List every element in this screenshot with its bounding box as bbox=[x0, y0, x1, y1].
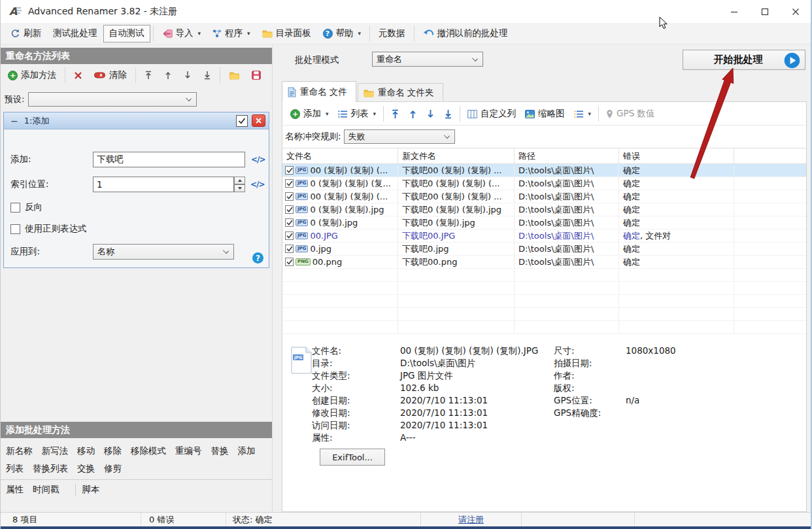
method-link[interactable]: 交换 bbox=[77, 460, 95, 477]
item-down-button[interactable] bbox=[422, 105, 439, 122]
row-checkbox[interactable] bbox=[285, 205, 294, 214]
row-checkbox[interactable] bbox=[285, 245, 294, 253]
table-row[interactable]: PNG00.png下载吧00.pngD:\tools\桌面\图片\确定 bbox=[282, 256, 806, 269]
table-row[interactable]: JPG00 (复制) (复制) (...下载吧00 (复制) (复制) ...D… bbox=[282, 164, 806, 177]
preset-select[interactable] bbox=[28, 92, 197, 107]
clear-methods-button[interactable]: 清除 bbox=[88, 67, 133, 84]
bottom-tab-2[interactable]: 时间戳 bbox=[33, 484, 59, 496]
table-row[interactable]: JPG00.JPG下载吧00.JPGD:\tools\桌面\图片\确定, 文件对 bbox=[282, 230, 806, 243]
index-stepper[interactable] bbox=[234, 177, 245, 192]
dir-panel-button[interactable]: 目录面板 bbox=[256, 25, 317, 43]
table-row[interactable]: JPG00 (复制) (复制) (...下载吧00 (复制) (复制) ...D… bbox=[282, 190, 806, 203]
collapse-icon[interactable]: − bbox=[10, 116, 18, 126]
metadata-button[interactable]: 元数据 bbox=[373, 25, 411, 43]
stepper-down-icon[interactable] bbox=[234, 184, 245, 192]
list-icon bbox=[574, 110, 584, 118]
arrow-top-icon bbox=[391, 109, 399, 119]
method-link[interactable]: 移除 bbox=[104, 442, 122, 460]
table-row[interactable]: JPG0.jpg下载吧0.jpgD:\tools\桌面\图片\确定 bbox=[282, 243, 806, 256]
batch-mode-select[interactable]: 重命名 bbox=[372, 52, 483, 67]
table-row[interactable]: JPG0 (复制) (复制) (复...下载吧0 (复制) (复制) (...D… bbox=[282, 177, 806, 190]
bottom-tab-3[interactable]: 脚本 bbox=[82, 484, 100, 496]
left-bottom-tabs: 属性时间戳脚本 bbox=[6, 484, 109, 496]
table-row[interactable]: JPG0 (复制).jpg下载吧0 (复制).jpgD:\tools\桌面\图片… bbox=[282, 216, 806, 230]
method-link[interactable]: 新名称 bbox=[6, 442, 33, 460]
thumbnails-button[interactable]: 缩略图 bbox=[520, 105, 569, 122]
row-checkbox[interactable] bbox=[285, 166, 294, 175]
move-up-button[interactable] bbox=[158, 67, 178, 84]
method-link[interactable]: 移动 bbox=[77, 442, 95, 460]
method-link[interactable]: 移除模式 bbox=[131, 442, 166, 460]
method-enabled-checkbox[interactable] bbox=[236, 115, 248, 127]
tab-rename-folders[interactable]: 重命名 文件夹 bbox=[358, 83, 443, 102]
add-files-button[interactable]: + 添加▾ bbox=[286, 105, 333, 122]
add-method-button[interactable]: + 添加方法 bbox=[2, 67, 62, 84]
remove-method-button[interactable] bbox=[68, 67, 88, 84]
method-link[interactable]: 替换列表 bbox=[33, 460, 68, 477]
column-header[interactable]: 错误 bbox=[619, 148, 734, 163]
index-input[interactable]: 1 bbox=[93, 177, 234, 192]
table-row[interactable]: JPG0 (复制) (复制).jpg下载吧0 (复制) (复制).jpgD:\t… bbox=[282, 203, 806, 216]
refresh-button[interactable]: 刷新 bbox=[5, 25, 47, 43]
column-header[interactable]: 文件名 bbox=[282, 148, 398, 163]
status-error-count: 0 错误 bbox=[141, 513, 226, 526]
conflict-rule-select[interactable]: 失败 bbox=[344, 129, 455, 144]
cell-filename: 0 (复制) (复制) (复... bbox=[310, 178, 390, 190]
view-options-button[interactable]: ▾ bbox=[569, 105, 596, 122]
method-link[interactable]: 列表 bbox=[6, 460, 24, 477]
method-link[interactable]: 替换 bbox=[211, 442, 229, 460]
move-top-button[interactable] bbox=[139, 67, 158, 84]
column-header[interactable]: 路径 bbox=[515, 148, 619, 163]
reverse-label: 反向 bbox=[25, 201, 42, 213]
bottom-tab-1[interactable]: 属性 bbox=[6, 484, 24, 496]
minimize-button[interactable] bbox=[719, 0, 749, 23]
empty-row bbox=[282, 282, 806, 295]
method-close-button[interactable] bbox=[252, 114, 265, 127]
program-button[interactable]: 程序▾ bbox=[207, 25, 256, 43]
undo-batch-button[interactable]: 撤消以前的批处理 bbox=[417, 25, 514, 43]
item-up-button[interactable] bbox=[404, 105, 422, 122]
help-button[interactable]: ? 帮助▾ bbox=[317, 25, 367, 43]
arrow-down-icon bbox=[426, 109, 435, 119]
open-preset-button[interactable] bbox=[223, 67, 246, 84]
move-down-button[interactable] bbox=[178, 67, 197, 84]
start-batch-button[interactable]: 开始批处理 bbox=[683, 50, 805, 70]
import-button[interactable]: 导入▾ bbox=[156, 25, 207, 43]
method-link[interactable]: 添加 bbox=[238, 442, 256, 460]
test-batch-button[interactable]: 测试批处理 bbox=[47, 25, 103, 43]
file-table-body: JPG00 (复制) (复制) (...下载吧00 (复制) (复制) ...D… bbox=[282, 164, 806, 334]
row-checkbox[interactable] bbox=[285, 218, 294, 227]
row-checkbox[interactable] bbox=[285, 192, 294, 201]
item-bottom-button[interactable] bbox=[439, 105, 457, 122]
item-top-button[interactable] bbox=[386, 105, 404, 122]
add-text-input[interactable]: 下载吧 bbox=[93, 152, 245, 167]
auto-test-button[interactable]: 自动测试 bbox=[103, 25, 150, 43]
method-link[interactable]: 重编号 bbox=[175, 442, 202, 460]
exiftool-button[interactable]: ExifTool... bbox=[320, 449, 385, 466]
apply-to-select[interactable]: 名称 bbox=[93, 244, 234, 260]
close-button[interactable] bbox=[780, 0, 811, 23]
list-menu-button[interactable]: 列表▾ bbox=[333, 105, 381, 122]
custom-columns-button[interactable]: 自定义列 bbox=[463, 105, 520, 122]
regex-checkbox[interactable] bbox=[10, 224, 20, 234]
column-header[interactable]: 新文件名 bbox=[398, 148, 515, 163]
reverse-checkbox[interactable] bbox=[10, 203, 20, 213]
tab-rename-files[interactable]: 重命名 文件 bbox=[282, 81, 356, 102]
method-link[interactable]: 新写法 bbox=[42, 442, 69, 460]
refresh-icon bbox=[10, 29, 20, 39]
red-x-icon bbox=[74, 71, 82, 80]
maximize-button[interactable] bbox=[749, 0, 780, 23]
move-bottom-button[interactable] bbox=[197, 67, 217, 84]
register-link[interactable]: 请注册 bbox=[458, 514, 484, 526]
method-link[interactable]: 修剪 bbox=[104, 460, 122, 477]
stepper-up-icon[interactable] bbox=[234, 177, 245, 184]
row-checkbox[interactable] bbox=[285, 258, 294, 266]
code-tag-icon[interactable]: </> bbox=[250, 180, 265, 189]
row-checkbox[interactable] bbox=[285, 179, 294, 188]
code-tag-icon[interactable]: </> bbox=[251, 155, 265, 164]
method-card-header[interactable]: − 1:添加 bbox=[4, 112, 269, 129]
row-checkbox[interactable] bbox=[285, 231, 294, 240]
save-preset-button[interactable] bbox=[246, 67, 267, 84]
method-help-icon[interactable]: ? bbox=[252, 252, 263, 264]
gps-values-button[interactable]: GPS 数值 bbox=[601, 105, 659, 122]
